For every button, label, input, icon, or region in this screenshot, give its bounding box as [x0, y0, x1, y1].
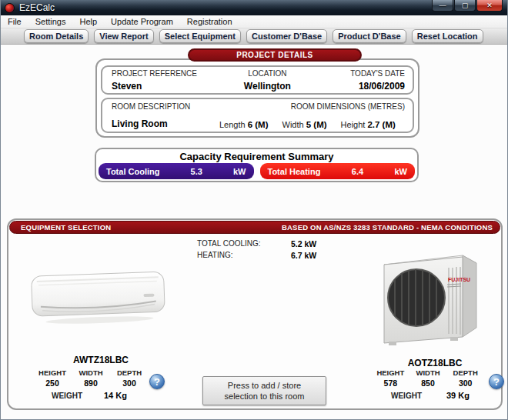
room-length: Length 6 (M) — [219, 120, 269, 129]
indoor-help-button[interactable]: ? — [149, 374, 165, 389]
app-window: EzECalc — ▢ ✕ File Settings Help Update … — [0, 0, 508, 420]
outdoor-dim-width: WIDTH 850 — [409, 368, 447, 388]
room-width: Width 5 (M) — [282, 120, 327, 129]
equip-cooling-label: TOTAL COOLING: — [197, 239, 291, 248]
equipment-selection-header: EQUIPMENT SELECTION BASED ON AS/NZS 3283… — [9, 221, 500, 234]
room-description-label: ROOM DESCRIPTION — [112, 102, 190, 111]
menu-registration[interactable]: Registration — [180, 16, 239, 27]
room-height: Height 2.7 (M) — [341, 120, 396, 129]
tab-bar: Room Details View Report Select Equipmen… — [1, 28, 507, 45]
total-cooling-unit: kW — [233, 167, 246, 176]
outdoor-weight: WEIGHT 39 Kg — [391, 391, 470, 400]
menu-settings[interactable]: Settings — [28, 16, 73, 27]
total-cooling-bar: Total Cooling 5.3 kW — [99, 163, 254, 179]
question-icon: ? — [154, 376, 160, 388]
total-heating-value: 6.4 — [352, 167, 363, 176]
location-value: Wellington — [222, 81, 313, 92]
maximize-icon: ▢ — [462, 2, 469, 9]
date-value: 18/06/2009 — [313, 81, 405, 92]
project-reference-label: PROJECT REFERENCE — [112, 69, 222, 78]
total-heating-bar: Total Heating 6.4 kW — [260, 163, 416, 179]
location-label: LOCATION — [222, 69, 313, 78]
outdoor-unit-model: AOTZ18LBC — [385, 358, 485, 368]
minimize-icon: — — [439, 2, 446, 9]
maximize-button[interactable]: ▢ — [454, 0, 476, 12]
total-heating-label: Total Heating — [268, 167, 321, 176]
room-description-value: Living Room — [112, 118, 219, 129]
project-reference-value: Steven — [112, 81, 222, 92]
project-details-panel: PROJECT REFERENCE Steven LOCATION Wellin… — [95, 58, 419, 138]
tab-room-details[interactable]: Room Details — [24, 29, 89, 43]
total-cooling-label: Total Cooling — [106, 167, 159, 176]
project-details-header: PROJECT DETAILS — [188, 48, 362, 62]
outdoor-unit-image: FUJITSU — [376, 242, 486, 351]
equipment-selection-title: EQUIPMENT SELECTION — [21, 223, 111, 232]
capacity-summary-title: Capacity Requirement Summary — [96, 151, 417, 162]
add-store-selection-button[interactable]: Press to add / store selection to this r… — [202, 376, 326, 405]
title-bar[interactable]: EzECalc — ▢ ✕ — [1, 0, 507, 15]
outdoor-dim-depth: DEPTH 300 — [446, 368, 484, 388]
outdoor-unit-illustration: FUJITSU — [376, 242, 486, 351]
outdoor-unit-dimensions: HEIGHT 578 WIDTH 850 DEPTH 300 — [372, 368, 484, 388]
total-heating-unit: kW — [395, 167, 408, 176]
app-icon — [5, 3, 15, 13]
equipment-standard-note: BASED ON AS/NZS 3283 STANDARD - NEMA CON… — [282, 223, 493, 232]
indoor-dim-width: WIDTH 890 — [72, 368, 110, 388]
capacity-summary-panel: Capacity Requirement Summary Total Cooli… — [95, 148, 419, 182]
question-icon: ? — [493, 376, 500, 388]
fujitsu-logo: FUJITSU — [448, 277, 470, 282]
close-button[interactable]: ✕ — [476, 0, 503, 12]
indoor-unit-illustration — [28, 264, 173, 350]
indoor-dim-depth: DEPTH 300 — [110, 368, 149, 388]
tab-view-report[interactable]: View Report — [94, 29, 153, 43]
equipment-totals: TOTAL COOLING: 5.2 kW HEATING: 6.7 kW — [197, 239, 316, 262]
room-dimensions-label: ROOM DIMENSIONS (METRES) — [291, 102, 405, 111]
equip-heating-value: 6.7 kW — [291, 251, 316, 260]
menu-help[interactable]: Help — [72, 16, 104, 27]
menu-file[interactable]: File — [1, 16, 28, 27]
total-cooling-value: 5.3 — [191, 167, 202, 176]
project-reference-box: PROJECT REFERENCE Steven LOCATION Wellin… — [101, 65, 414, 95]
tab-product-dbase[interactable]: Product D'Base — [333, 29, 406, 43]
equip-heating-label: HEATING: — [197, 251, 291, 260]
minimize-button[interactable]: — — [432, 0, 453, 12]
indoor-weight: WEIGHT 14 Kg — [52, 391, 127, 400]
outdoor-help-button[interactable]: ? — [489, 374, 504, 389]
menu-update-program[interactable]: Update Program — [104, 16, 180, 27]
menu-bar: File Settings Help Update Program Regist… — [1, 15, 507, 28]
room-description-box: ROOM DESCRIPTION ROOM DIMENSIONS (METRES… — [101, 98, 414, 133]
equipment-selection-panel: EQUIPMENT SELECTION BASED ON AS/NZS 3283… — [7, 218, 503, 410]
window-title: EzECalc — [19, 2, 55, 13]
close-icon: ✕ — [486, 2, 493, 9]
indoor-unit-image — [28, 264, 173, 350]
indoor-unit-model: AWTZ18LBC — [32, 355, 170, 365]
equip-cooling-value: 5.2 kW — [291, 239, 316, 248]
tab-reset-location[interactable]: Reset Location — [412, 29, 483, 43]
indoor-dim-height: HEIGHT 250 — [33, 368, 72, 388]
outdoor-dim-height: HEIGHT 578 — [372, 368, 409, 388]
date-label: TODAY'S DATE — [313, 69, 405, 78]
tab-select-equipment[interactable]: Select Equipment — [159, 29, 241, 43]
indoor-unit-dimensions: HEIGHT 250 WIDTH 890 DEPTH 300 — [33, 368, 149, 388]
tab-customer-dbase[interactable]: Customer D'Base — [246, 29, 327, 43]
